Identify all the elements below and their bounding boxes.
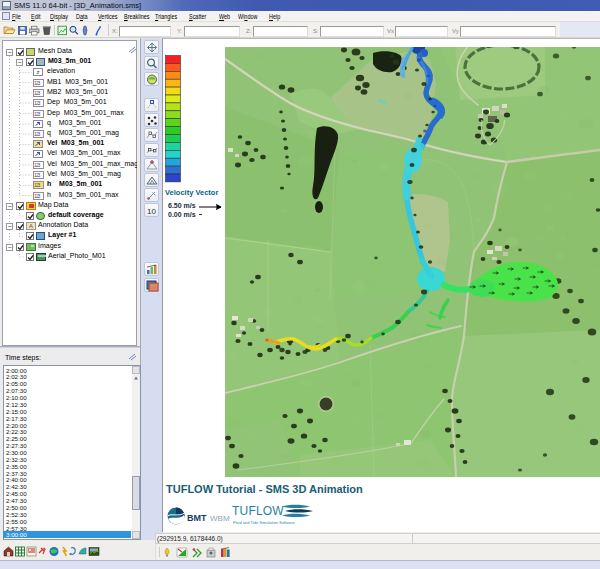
svg-text:Fluid and Tide Simulation Soft: Fluid and Tide Simulation Software bbox=[233, 520, 296, 525]
svg-text:TUFLOW: TUFLOW bbox=[232, 504, 284, 518]
svg-text:WBM: WBM bbox=[210, 514, 230, 523]
svg-text:10: 10 bbox=[147, 207, 156, 216]
svg-text:BMT: BMT bbox=[187, 513, 207, 523]
